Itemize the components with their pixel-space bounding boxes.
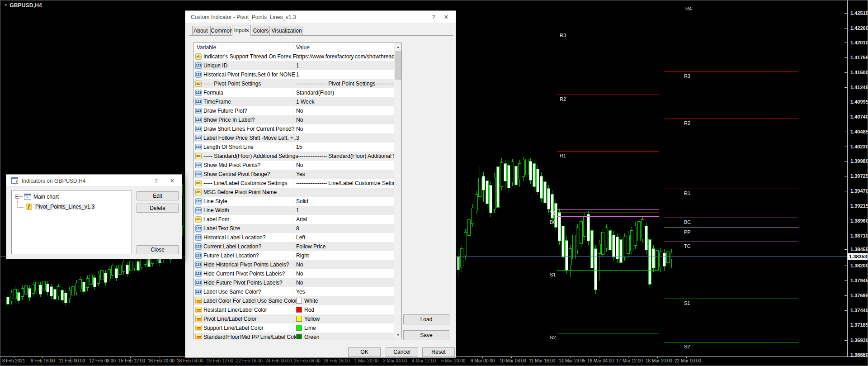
close-icon[interactable]: ✕: [168, 177, 176, 184]
table-rows: abIndicator's Support Thread On Forex F.…: [193, 52, 394, 339]
tab-inputs[interactable]: Inputs: [232, 25, 251, 36]
candle: [598, 244, 601, 254]
save-button[interactable]: Save: [403, 330, 449, 340]
table-row[interactable]: 123Historical Label Location?Left: [193, 233, 394, 242]
table-row[interactable]: 123Draw Future Plot?No: [193, 106, 394, 115]
param-value: Yellow: [296, 316, 320, 322]
price-axis-line: [847, 0, 848, 356]
color-swatch: [296, 316, 302, 322]
number-param-icon: 123: [195, 171, 202, 177]
time-axis-label: 5 Mar 20:00: [441, 358, 465, 363]
table-row[interactable]: 123Show Price In Label?No: [193, 115, 394, 124]
table-row[interactable]: 123Future Label Location?Right: [193, 251, 394, 260]
table-row[interactable]: 123Current Label Location?Follow Price: [193, 242, 394, 251]
table-row[interactable]: 123Label Follow Price Shift -Move Left, …: [193, 133, 394, 143]
table-row[interactable]: ab----- Pivot Point Settings------------…: [193, 79, 394, 88]
scroll-up-icon[interactable]: ▲: [394, 43, 402, 51]
param-variable: ----- Pivot Point Settings: [203, 81, 261, 87]
table-row[interactable]: 123Draw Short Lines For Current Period?N…: [193, 124, 394, 133]
tree-item-indicator[interactable]: Pivot_Points_Lines_v1.3: [34, 204, 95, 210]
price-tick: [844, 280, 847, 281]
tab-visualization[interactable]: Visualization: [271, 26, 302, 35]
param-value: 1: [296, 207, 299, 214]
candle: [645, 226, 648, 250]
dialog-titlebar[interactable]: Indicators on GBPUSD,H4 ? ✕: [6, 175, 182, 186]
column-divider: [293, 44, 293, 51]
table-row[interactable]: abMSG Before Pivot Point Name: [193, 188, 394, 197]
price-axis-label: 1.41245: [850, 85, 868, 90]
close-button[interactable]: Close: [137, 245, 179, 254]
candle: [46, 284, 49, 292]
table-scrollbar[interactable]: ▲ ▼: [394, 43, 401, 339]
candle: [14, 289, 17, 299]
help-icon[interactable]: ?: [152, 177, 160, 184]
scrollbar-thumb[interactable]: [395, 51, 401, 80]
color-param-icon: [195, 316, 202, 322]
param-variable: Standard(Floor)Mid PP Line/Label Color: [203, 334, 300, 339]
table-row[interactable]: 123Unique ID1: [193, 61, 394, 70]
help-icon[interactable]: ?: [429, 14, 438, 20]
price-tick: [844, 221, 847, 221]
table-row[interactable]: Resistant Line/Label ColorRed: [193, 305, 394, 314]
tab-common[interactable]: Common: [210, 26, 231, 35]
string-param-icon: ab: [195, 216, 202, 223]
ok-button[interactable]: OK: [348, 347, 381, 357]
time-axis-label: 15 Feb 12:00: [118, 358, 145, 363]
param-variable: Historical Pivot Points,Set 0 for NONE: [203, 71, 295, 78]
table-row[interactable]: Support Line/Label ColorLime: [193, 323, 394, 333]
edit-button[interactable]: Edit: [137, 191, 179, 200]
table-row[interactable]: 123Hide Historical Pivot Points Labels?N…: [193, 260, 394, 269]
reset-button[interactable]: Reset: [422, 347, 455, 357]
price-tick: [844, 147, 847, 147]
table-row[interactable]: 123Label Text Size8: [193, 224, 394, 233]
param-variable: Line Width: [203, 207, 229, 214]
table-row[interactable]: 123Line Width1: [193, 206, 394, 215]
table-row[interactable]: 123Length Of Short Line15: [193, 143, 394, 152]
table-row[interactable]: Label Color For Label Use Same ColorWhit…: [193, 296, 394, 305]
param-variable: Draw Short Lines For Current Period?: [203, 126, 294, 132]
table-row[interactable]: 123FormulaStandard(Floor): [193, 88, 394, 97]
candle: [609, 230, 612, 250]
tab-about[interactable]: About: [192, 26, 209, 35]
param-value: No: [296, 261, 303, 268]
price-axis-label: 1.39470: [850, 188, 868, 194]
table-row[interactable]: 123Show Mid Pivot Points?No: [193, 161, 394, 170]
table-row[interactable]: ab----- Standard(Floor) Additional Setti…: [193, 152, 394, 161]
table-row[interactable]: 123Label Use Same Color?Yes: [193, 287, 394, 296]
candle: [670, 253, 673, 259]
main-chart-icon: [24, 194, 31, 200]
param-value: Solid: [296, 198, 308, 204]
collapse-expander-icon[interactable]: [15, 195, 19, 199]
param-value: 1: [296, 71, 299, 78]
dialog-titlebar[interactable]: Custom Indicator - Pivot_Points_Lines_v1…: [185, 11, 456, 23]
close-icon[interactable]: ✕: [442, 14, 450, 20]
cancel-button[interactable]: Cancel: [386, 347, 418, 357]
table-row[interactable]: 123Line StyleSolid: [193, 197, 394, 206]
table-row[interactable]: Standard(Floor)Mid PP Line/Label ColorGr…: [193, 333, 394, 339]
table-row[interactable]: 123Show Central Pivot Range?Yes: [193, 170, 394, 179]
candle: [464, 232, 467, 256]
candle: [666, 252, 670, 263]
candle: [68, 290, 71, 299]
color-swatch: [296, 334, 302, 339]
tree-item-main-chart[interactable]: Main chart: [33, 194, 59, 200]
scroll-down-icon[interactable]: ▼: [394, 331, 402, 339]
table-row[interactable]: 123TimeFrame1 Week: [193, 97, 394, 106]
candle: [656, 250, 659, 270]
table-row[interactable]: 123Historical Pivot Points,Set 0 for NON…: [193, 70, 394, 79]
table-row[interactable]: abLabel FontArial: [193, 215, 394, 224]
price-tick: [844, 310, 847, 311]
param-variable: Label Font: [203, 216, 229, 223]
table-row[interactable]: Pivot Line/Label ColorYellow: [193, 314, 394, 323]
load-button[interactable]: Load: [403, 314, 449, 324]
tab-colors[interactable]: Colors: [252, 26, 270, 35]
column-divider: [293, 269, 293, 278]
param-value: https://www.forexfactory.com/showthread.…: [296, 53, 399, 60]
color-swatch: [296, 307, 302, 313]
table-row[interactable]: abIndicator's Support Thread On Forex F.…: [193, 52, 394, 61]
table-row[interactable]: ab----- Line/Label Customize Settings---…: [193, 179, 394, 188]
price-axis-label: 1.36680: [850, 352, 868, 357]
table-row[interactable]: 123Hide Future Pivot Points Labels?No: [193, 278, 394, 287]
delete-button[interactable]: Delete: [137, 204, 179, 213]
table-row[interactable]: 123Hide Current Pivot Points Labels?No: [193, 269, 394, 278]
